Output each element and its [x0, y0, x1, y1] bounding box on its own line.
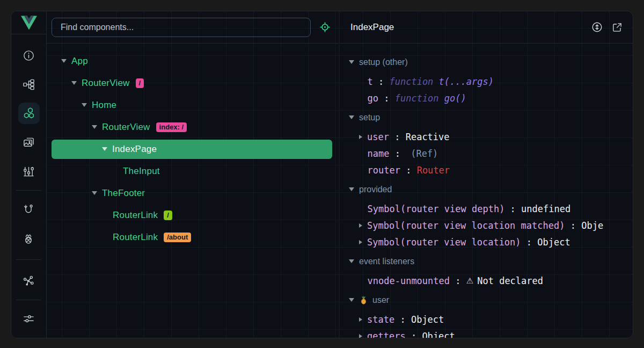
section-label: setup: [359, 113, 380, 122]
section-header[interactable]: provided: [340, 181, 633, 198]
section-label: user: [372, 295, 389, 305]
scroll-to-component-icon[interactable]: [591, 21, 603, 33]
field-value: Router: [417, 165, 450, 176]
field-colon: :: [504, 204, 521, 214]
expand-caret-icon[interactable]: [71, 81, 77, 85]
section-label: provided: [359, 185, 392, 194]
route-badge: /about: [164, 233, 191, 242]
expand-caret-icon[interactable]: [92, 125, 97, 129]
field-value: Object: [411, 314, 444, 325]
function-keyword: function: [389, 76, 438, 87]
components-icon[interactable]: [18, 103, 40, 124]
component-tree: AppRouterView/HomeRouterViewindex: /Inde…: [46, 44, 339, 248]
sidebar: [11, 11, 47, 338]
tree-node-TheInput[interactable]: TheInput: [52, 160, 332, 182]
field-key: Symbol(router view location): [367, 237, 521, 248]
state-field[interactable]: state : Object: [340, 311, 633, 328]
sidebar-nav: [11, 34, 46, 338]
field-value: Obje: [581, 220, 603, 231]
field-colon: :: [450, 276, 466, 286]
field-key: vnode-unmounted: [368, 276, 450, 286]
pinia-icon[interactable]: [18, 228, 40, 249]
field-key: t: [368, 76, 373, 87]
tree-node-RouterLink[interactable]: RouterLink/about: [52, 226, 332, 248]
section-header[interactable]: event listeners: [340, 253, 633, 270]
flow-icon[interactable]: [18, 199, 40, 220]
search-input[interactable]: [60, 22, 303, 33]
graph-icon[interactable]: [18, 270, 40, 292]
component-name: IndexPage: [112, 144, 157, 155]
state-field[interactable]: router : Router: [340, 162, 633, 178]
vue-logo[interactable]: [11, 11, 46, 34]
state-field[interactable]: name : (Ref): [340, 145, 633, 162]
field-value: undefined: [521, 204, 570, 214]
vue-devtools-window: AppRouterView/HomeRouterViewindex: /Inde…: [11, 11, 633, 338]
state-field[interactable]: user : Reactive: [340, 128, 633, 145]
expand-caret-icon[interactable]: [102, 147, 107, 151]
component-name: TheFooter: [102, 188, 145, 199]
expand-caret-icon[interactable]: [359, 240, 362, 244]
field-colon: :: [378, 93, 395, 104]
tree-node-Home[interactable]: Home: [52, 94, 332, 116]
assets-icon[interactable]: [18, 132, 40, 153]
expand-caret-icon[interactable]: [92, 191, 97, 195]
settings-icon[interactable]: [18, 308, 40, 330]
collapse-caret-icon[interactable]: [349, 259, 354, 263]
inspector-header: IndexPage: [340, 11, 633, 44]
collapse-caret-icon[interactable]: [349, 187, 354, 191]
pinia-store-icon: [359, 295, 368, 305]
field-key: user: [367, 132, 389, 142]
hierarchy-icon[interactable]: [18, 74, 40, 95]
inspect-target-icon[interactable]: [317, 20, 332, 35]
section-label: event listeners: [359, 257, 414, 266]
expand-caret-icon[interactable]: [61, 59, 67, 63]
field-key: Symbol(router view depth): [368, 204, 505, 214]
state-field[interactable]: vnode-unmounted : ⚠Not declared: [340, 272, 633, 289]
tree-node-RouterView[interactable]: RouterView/: [52, 72, 332, 94]
field-colon: :: [406, 331, 422, 338]
field-colon: :: [373, 76, 390, 87]
function-signature: t(...args): [439, 76, 494, 87]
field-key: Symbol(router view location matched): [367, 220, 565, 231]
section-header[interactable]: setup (other): [340, 54, 633, 70]
mixer-icon[interactable]: [18, 161, 40, 182]
component-name: TheInput: [123, 166, 160, 177]
component-search[interactable]: [52, 18, 311, 37]
info-icon[interactable]: [18, 45, 40, 66]
state-field[interactable]: go : function go(): [340, 90, 633, 106]
route-badge: /: [136, 78, 144, 88]
component-name: RouterLink: [113, 232, 158, 243]
field-colon: :: [521, 237, 538, 248]
state-field[interactable]: Symbol(router view depth) : undefined: [340, 200, 633, 217]
component-name: RouterView: [102, 122, 150, 133]
collapse-caret-icon[interactable]: [349, 115, 354, 119]
sidebar-divider: [16, 190, 41, 191]
expand-caret-icon[interactable]: [359, 135, 362, 139]
expand-caret-icon[interactable]: [359, 223, 362, 228]
state-field[interactable]: t : function t(...args): [340, 73, 633, 90]
tree-node-IndexPage[interactable]: IndexPage: [52, 140, 332, 159]
tree-node-RouterLink[interactable]: RouterLink/: [52, 204, 332, 226]
open-in-editor-icon[interactable]: [611, 21, 623, 33]
collapse-caret-icon[interactable]: [349, 298, 354, 302]
component-name: App: [71, 56, 88, 67]
warning-icon: ⚠: [466, 276, 473, 286]
component-name: RouterLink: [113, 210, 158, 221]
tree-node-TheFooter[interactable]: TheFooter: [52, 182, 332, 204]
section-header[interactable]: setup: [340, 109, 633, 126]
tree-node-App[interactable]: App: [52, 50, 332, 72]
tree-panel-header: [46, 11, 339, 44]
expand-caret-icon[interactable]: [82, 103, 87, 107]
field-colon: :: [400, 165, 417, 176]
collapse-caret-icon[interactable]: [349, 60, 354, 64]
state-field[interactable]: Symbol(router view location) : Object: [340, 234, 633, 250]
expand-caret-icon[interactable]: [359, 334, 362, 338]
field-key: router: [368, 165, 400, 176]
state-field[interactable]: getters : Object: [340, 328, 633, 338]
expand-caret-icon[interactable]: [359, 317, 362, 322]
inspector-content: setup (other)t : function t(...args)go :…: [340, 44, 633, 338]
section-header[interactable]: user: [340, 292, 633, 308]
tree-node-RouterView[interactable]: RouterViewindex: /: [52, 116, 332, 138]
field-value: Reactive: [406, 132, 450, 142]
state-field[interactable]: Symbol(router view location matched) : O…: [340, 217, 633, 234]
